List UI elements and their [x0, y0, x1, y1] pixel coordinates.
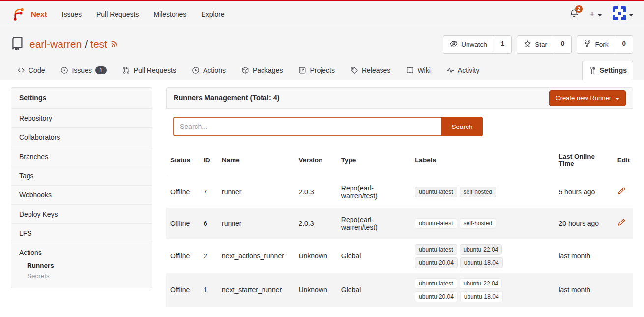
star-label: Star: [535, 41, 547, 48]
tab-code[interactable]: Code: [11, 61, 51, 80]
nav-issues-link[interactable]: Issues: [62, 10, 82, 18]
star-button[interactable]: Star: [517, 36, 554, 53]
runner-version: Unknown: [294, 273, 337, 307]
runner-name: next_starter_runner: [218, 273, 294, 307]
eye-slash-icon: [450, 40, 458, 49]
fork-button[interactable]: Fork: [577, 36, 615, 53]
runner-last-online: last month: [555, 239, 613, 273]
label-chip: ubuntu-22.04: [460, 244, 502, 255]
runner-last-online: 5 hours ago: [555, 176, 613, 208]
notification-count-badge: 2: [575, 5, 583, 13]
table-row: Offline 6 runner 2.0.3 Repo(earl-warren/…: [166, 208, 633, 239]
runner-status: Offline: [166, 273, 200, 307]
tab-actions[interactable]: Actions: [185, 61, 232, 80]
chevron-down-icon: [615, 95, 619, 102]
tab-releases[interactable]: Releases: [344, 61, 397, 80]
nav-pull-requests-link[interactable]: Pull Requests: [96, 10, 139, 18]
label-chip: ubuntu-latest: [415, 187, 457, 197]
tab-packages[interactable]: Packages: [235, 61, 289, 80]
tab-label: Activity: [458, 66, 479, 74]
user-menu[interactable]: [613, 6, 633, 22]
create-new-menu[interactable]: +: [589, 9, 602, 19]
sidebar-item-webhooks[interactable]: Webhooks: [11, 186, 152, 205]
tab-label: Releases: [362, 66, 390, 74]
runner-id: 7: [200, 176, 218, 208]
nav-milestones-link[interactable]: Milestones: [153, 10, 186, 18]
runner-status: Offline: [166, 176, 200, 208]
sidebar-item-tags[interactable]: Tags: [11, 166, 152, 186]
sidebar-item-repository[interactable]: Repository: [11, 109, 152, 128]
repo-name-link[interactable]: test: [90, 38, 107, 50]
repo-owner-link[interactable]: earl-warren: [29, 38, 82, 50]
sidebar-item-branches[interactable]: Branches: [11, 147, 152, 166]
table-row: Offline 7 runner 2.0.3 Repo(earl-warren/…: [166, 176, 633, 208]
panel-title: Runners Management (Total: 4): [174, 94, 280, 102]
column-header-last-online: Last Online Time: [555, 144, 613, 176]
sidebar-item-secrets[interactable]: Secrets: [27, 271, 144, 281]
tab-pull-requests[interactable]: Pull Requests: [116, 61, 182, 80]
repo-header: earl-warren / test Unwatch: [0, 27, 644, 80]
sidebar-header: Settings: [11, 88, 152, 109]
runner-last-online: last month: [555, 273, 613, 307]
tab-label: Settings: [600, 66, 627, 74]
fork-label: Fork: [595, 41, 608, 48]
runner-type: Repo(earl-warren/test): [341, 216, 386, 231]
column-header-version: Version: [294, 144, 337, 176]
runner-name: runner: [218, 208, 294, 239]
sidebar-item-runners[interactable]: Runners: [27, 260, 144, 271]
plus-icon: +: [589, 9, 595, 19]
tab-projects[interactable]: Projects: [292, 61, 341, 80]
tab-settings[interactable]: Settings: [582, 61, 633, 80]
forgejo-logo-icon: [11, 5, 27, 23]
tab-label: Code: [29, 66, 45, 74]
home-link[interactable]: Next: [11, 5, 47, 23]
nav-explore-link[interactable]: Explore: [201, 10, 224, 18]
tab-wiki[interactable]: Wiki: [400, 61, 437, 80]
star-button-group: Star 0: [517, 35, 572, 54]
table-header-row: Status ID Name Version Type Labels Last …: [166, 144, 633, 176]
sidebar-item-actions[interactable]: Actions: [19, 249, 144, 256]
runner-id: 6: [200, 208, 218, 239]
label-chip: ubuntu-20.04: [415, 291, 458, 302]
pencil-icon: [617, 187, 625, 195]
create-new-runner-label: Create new Runner: [556, 95, 611, 102]
watchers-count[interactable]: 1: [494, 36, 512, 53]
settings-sidebar: Settings Repository Collaborators Branch…: [11, 87, 152, 288]
notifications-button[interactable]: 2: [570, 9, 579, 20]
sidebar-item-deploy-keys[interactable]: Deploy Keys: [11, 205, 152, 224]
label-chip: self-hosted: [460, 218, 497, 229]
label-chip: self-hosted: [460, 187, 497, 197]
create-new-runner-button[interactable]: Create new Runner: [549, 90, 626, 106]
tab-activity[interactable]: Activity: [440, 61, 486, 80]
search-button[interactable]: Search: [441, 117, 483, 136]
runner-id: 2: [200, 239, 218, 273]
forks-count[interactable]: 0: [615, 36, 633, 53]
label-chip: ubuntu-latest: [415, 244, 457, 255]
stars-count[interactable]: 0: [554, 36, 572, 53]
column-header-name: Name: [218, 144, 294, 176]
tab-issues[interactable]: Issues 1: [54, 61, 113, 80]
runner-version: Unknown: [294, 239, 337, 273]
runner-type: Global: [341, 286, 361, 294]
label-chip: ubuntu-18.04: [460, 291, 503, 302]
edit-runner-button[interactable]: [617, 187, 625, 196]
sidebar-item-collaborators[interactable]: Collaborators: [11, 128, 152, 147]
edit-runner-button[interactable]: [617, 219, 625, 228]
fork-icon: [584, 40, 591, 49]
runner-status: Offline: [166, 208, 200, 239]
fork-button-group: Fork 0: [577, 35, 633, 54]
runner-name: runner: [218, 176, 294, 208]
column-header-labels: Labels: [411, 144, 555, 176]
unwatch-button[interactable]: Unwatch: [443, 36, 494, 53]
runner-last-online: 20 hours ago: [555, 208, 613, 239]
runner-id: 1: [200, 273, 218, 307]
runner-type: Repo(earl-warren/test): [341, 184, 386, 200]
chevron-down-icon: [629, 10, 633, 19]
repo-icon: [11, 36, 25, 52]
runner-version: 2.0.3: [294, 208, 337, 239]
star-icon: [524, 40, 531, 49]
label-chip: ubuntu-20.04: [415, 257, 458, 268]
search-input[interactable]: [173, 117, 441, 136]
rss-feed-icon[interactable]: [110, 39, 119, 50]
sidebar-item-lfs[interactable]: LFS: [11, 224, 152, 243]
